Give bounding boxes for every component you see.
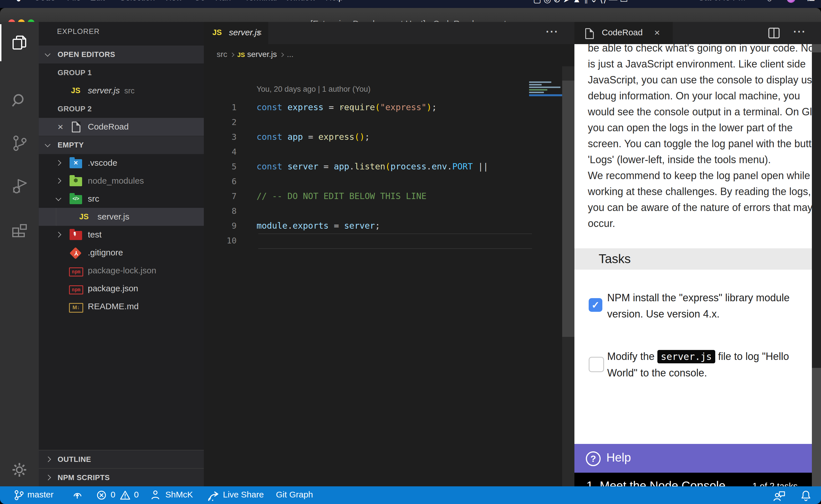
tasks-section-header: Tasks [574,248,812,270]
tree-item-readme[interactable]: M↓ README.md [39,298,204,315]
open-editor-server-js[interactable]: JS server.js src [39,82,204,100]
menu-help[interactable]: Help [326,0,343,2]
open-editor-coderoad-label: CodeRoad [88,122,128,132]
git-graph-label[interactable]: Git Graph [276,490,313,499]
user-icon[interactable] [150,490,160,500]
task1-text: NPM install the "express" library module… [607,290,812,322]
task1-checkbox[interactable]: ✓ [589,298,602,312]
file-icon [72,122,80,132]
code-editor[interactable]: srcJS server.js... You, 20 days ago | 1 … [204,44,574,486]
open-editors-group1: GROUP 1 [39,64,204,82]
task2-checkbox[interactable] [589,357,604,372]
current-line-highlight [258,233,532,249]
folder-root-header[interactable]: EMPTY [39,136,204,154]
menu-window[interactable]: Window [285,0,316,2]
run-debug-icon[interactable] [11,179,27,194]
breadcrumb-file[interactable]: server.js [247,50,277,59]
tree-item-package-lock[interactable]: npm package-lock.json [39,262,204,280]
tree-item-server-js[interactable]: JS server.js [39,208,204,226]
tree-item-vscode[interactable]: ✕ .vscode [39,154,204,172]
tree-label: src [88,194,99,204]
errors-icon[interactable] [96,490,107,500]
notifications-bell-icon[interactable] [800,490,811,501]
user-name[interactable]: ShMcK [165,490,193,499]
chevron-right-icon [45,456,51,462]
menu-edit[interactable]: Edit [90,0,105,2]
tree-item-test[interactable]: ✎ test [39,226,204,244]
git-branch-icon[interactable] [14,490,24,500]
breadcrumb[interactable]: srcJS server.js... [217,50,294,59]
open-editor-coderoad[interactable]: × CodeRoad [39,118,204,136]
settings-gear-icon[interactable] [11,462,27,478]
npm-icon: npm [69,285,83,294]
scrollbar-thumb[interactable] [812,52,821,368]
warning-count[interactable]: 0 [134,490,139,499]
apple-menu-icon[interactable]: ● [16,0,21,4]
explorer-icon[interactable] [11,35,27,51]
panel-scrollbar[interactable] [812,44,821,486]
branch-name[interactable]: master [27,490,54,499]
menubar-status-icons[interactable]: ▢ ◎ ⊘ ➤ ▲ ¶ ⌄ ⟨⟩ — ▭ [533,0,628,4]
macos-menubar: ● Code File Edit Selection View Go Run T… [0,0,821,8]
menu-run[interactable]: Run [215,0,231,2]
feedback-icon[interactable] [773,490,786,501]
editor-actions-more-icon[interactable]: ··· [546,26,559,38]
split-editor-icon[interactable] [768,28,780,38]
menu-go[interactable]: Go [194,0,205,2]
menu-view[interactable]: View [164,0,182,2]
tree-label: .vscode [88,158,117,168]
codelens-annotation[interactable]: You, 20 days ago | 1 author (You) [257,85,371,94]
minimap-line [529,87,560,88]
task2-code-chip: server.js [658,350,715,363]
tree-item-package-json[interactable]: npm package.json [39,280,204,298]
breadcrumb-src[interactable]: src [217,50,227,59]
breadcrumb-more[interactable]: ... [287,50,293,59]
menu-terminal[interactable]: Terminal [245,0,277,2]
panel-tab-bar: CodeRoad × ··· [574,22,821,44]
menu-code[interactable]: Code [34,0,55,2]
minimap-line [529,92,544,93]
tasks-title: Tasks [598,252,631,266]
npm-scripts-section-header[interactable]: NPM SCRIPTS [39,468,204,487]
close-icon[interactable]: × [58,122,63,132]
minimap[interactable] [529,80,562,123]
tree-label: README.md [88,302,138,311]
vscode-logo-glyph: ✕ [70,159,82,166]
tree-label: node_modules [88,176,144,186]
vscode-window: EXPLORER OPEN EDITORS GROUP 1 JS server.… [0,22,821,504]
live-share-icon[interactable] [208,490,219,501]
error-count[interactable]: 0 [111,490,115,499]
tree-item-src[interactable]: </> src [39,190,204,208]
control-center-icon[interactable]: ≔ [807,0,815,4]
help-bar[interactable]: ? Help [574,444,812,473]
sync-icon[interactable] [72,490,83,500]
editor-vertical-scrollbar[interactable] [562,66,574,486]
menu-selection[interactable]: Selection [120,0,155,2]
warnings-icon[interactable] [120,490,130,500]
menubar-clock[interactable]: Sat 6:45 PM [699,0,746,2]
help-icon: ? [586,451,600,466]
tree-item-node-modules[interactable]: ⬢ node_modules [39,172,204,190]
scrollbar-thumb[interactable] [562,81,574,337]
open-editors-header[interactable]: OPEN EDITORS [39,46,204,63]
close-tab-icon[interactable]: × [654,28,660,37]
outline-section-header[interactable]: OUTLINE [39,450,204,468]
spotlight-icon[interactable]: ○ [767,0,772,4]
panel-actions-more-icon[interactable]: ··· [793,26,806,38]
extensions-icon[interactable] [11,222,27,238]
source-control-icon[interactable] [11,135,27,151]
live-share-label[interactable]: Live Share [223,490,264,499]
npm-icon: npm [69,267,83,276]
menu-file[interactable]: File [67,0,81,2]
window-titlebar: [Extension Development Host] - CodeRoad … [0,8,821,22]
code-content[interactable]: const express = require("express");const… [257,100,488,248]
tree-item-gitignore[interactable]: Y .gitignore [39,244,204,262]
open-editors-label: OPEN EDITORS [58,50,115,59]
siri-icon[interactable] [787,0,795,3]
search-icon[interactable] [11,93,27,108]
tab-coderoad[interactable]: CodeRoad × [574,22,673,44]
chevron-right-icon [56,160,61,166]
open-editor-file-detail: src [124,87,134,95]
close-tab-icon[interactable]: × [257,28,262,37]
tab-server-js[interactable]: JS server.js × [204,22,268,44]
